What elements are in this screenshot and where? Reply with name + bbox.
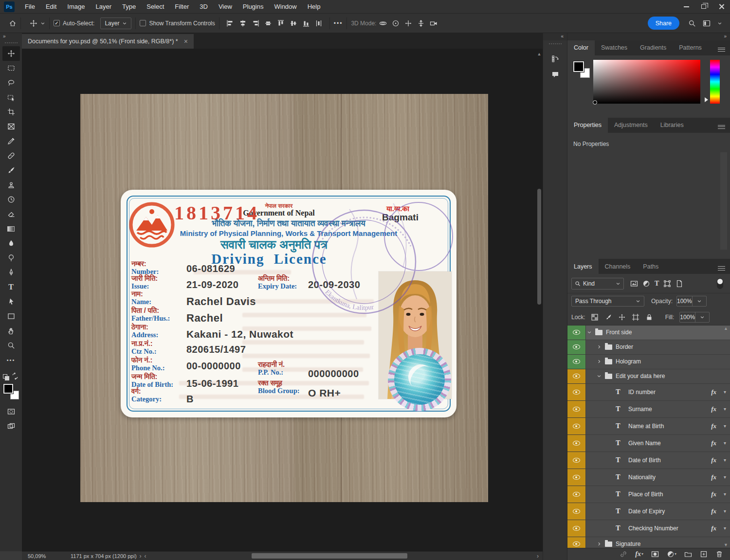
tab-libraries[interactable]: Libraries <box>654 118 690 133</box>
eyedropper-tool[interactable] <box>2 134 20 148</box>
menu-layer[interactable]: Layer <box>91 0 117 13</box>
align-centers-h-icon[interactable] <box>239 19 247 27</box>
more-options-icon[interactable]: ••• <box>334 20 343 27</box>
menu-filter[interactable]: Filter <box>169 0 194 13</box>
scroll-right-icon[interactable]: › <box>537 553 539 560</box>
swap-colors-icon[interactable] <box>11 372 19 380</box>
rectangular-marquee-tool[interactable] <box>2 61 20 75</box>
collapse-effects-icon[interactable]: ▾ <box>724 491 726 497</box>
panels-expand-icon[interactable]: » <box>567 33 730 40</box>
menu-view[interactable]: View <box>213 0 237 13</box>
menu-plugins[interactable]: Plugins <box>237 0 269 13</box>
chevron-right-icon[interactable] <box>597 542 602 546</box>
layer-row-date-of-expiry[interactable]: TDate of Expiryfx▾ <box>567 503 730 520</box>
chevron-right-icon[interactable] <box>597 344 602 349</box>
canvas-horizontal-scrollbar[interactable] <box>149 552 529 560</box>
tab-paths[interactable]: Paths <box>637 259 665 274</box>
layer-visibility-toggle[interactable] <box>567 503 586 520</box>
layer-effects-badge[interactable]: fx <box>711 524 716 532</box>
menu-file[interactable]: File <box>19 0 40 13</box>
align-centers-v-icon[interactable] <box>290 19 297 27</box>
properties-scrollbar[interactable] <box>720 152 727 250</box>
tab-layers[interactable]: Layers <box>567 259 599 274</box>
layer-visibility-toggle[interactable] <box>567 469 586 486</box>
dock-grip[interactable] <box>549 43 562 44</box>
layer-visibility-toggle[interactable] <box>567 401 586 417</box>
layer-row-border[interactable]: Border <box>567 340 730 355</box>
search-icon[interactable] <box>688 19 696 27</box>
saturation-field[interactable] <box>593 60 700 104</box>
brush-tool[interactable] <box>2 163 20 178</box>
align-right-icon[interactable] <box>252 19 259 27</box>
layer-visibility-toggle[interactable] <box>567 325 586 340</box>
scroll-left-icon[interactable]: ‹ <box>145 553 146 560</box>
layer-effects-badge[interactable]: fx <box>711 490 716 498</box>
restore-button[interactable] <box>695 0 712 13</box>
layer-visibility-toggle[interactable] <box>567 418 586 434</box>
lock-artboard-icon[interactable] <box>632 313 639 321</box>
dock-collapse-icon[interactable]: « <box>543 33 567 40</box>
auto-select-target-dropdown[interactable]: Layer <box>100 18 131 29</box>
horizontal-scroll-thumb[interactable] <box>252 553 407 559</box>
panel-menu-icon[interactable] <box>718 266 725 267</box>
chevron-down-icon[interactable] <box>597 374 602 379</box>
lock-transparent-icon[interactable] <box>591 313 599 321</box>
pan-3d-icon[interactable] <box>404 19 412 27</box>
canvas-area[interactable]: 1813714 नेपाल सरकार Government of Nepal … <box>22 49 543 551</box>
lasso-tool[interactable] <box>2 75 20 90</box>
document-tab[interactable]: Documents for you.psd @ 50,1% (Front sid… <box>22 34 194 49</box>
collapse-effects-icon[interactable]: ▾ <box>724 525 726 531</box>
layer-visibility-toggle[interactable] <box>567 520 586 537</box>
move-tool-icon[interactable] <box>30 19 37 27</box>
fx-icon[interactable]: fx▾ <box>635 550 643 558</box>
layer-row-given-name[interactable]: TGiven Namefx▾ <box>567 435 730 452</box>
align-middle-icon[interactable] <box>264 19 272 27</box>
menu-type[interactable]: Type <box>117 0 141 13</box>
menu-help[interactable]: Help <box>302 0 326 13</box>
fill-input[interactable]: 100% <box>679 312 710 323</box>
chevron-right-icon[interactable] <box>597 359 602 364</box>
toolbar-grip[interactable] <box>5 42 18 43</box>
status-expand-icon[interactable]: › <box>140 553 142 560</box>
collapse-effects-icon[interactable]: ▾ <box>724 423 726 429</box>
scroll-up-icon[interactable]: ▲ <box>536 52 543 56</box>
layer-row-edit-your-data-here[interactable]: Edit your data here <box>567 369 730 384</box>
layer-row-front-side[interactable]: Front side <box>567 325 730 340</box>
hue-slider-handle[interactable] <box>705 97 708 102</box>
hue-slider[interactable] <box>710 60 720 104</box>
tab-swatches[interactable]: Swatches <box>595 40 634 55</box>
layer-row-place-of-birth[interactable]: TPlace of Birthfx▾ <box>567 486 730 503</box>
filter-toggle[interactable] <box>717 278 723 289</box>
layer-row-hologram[interactable]: Hologram <box>567 355 730 369</box>
move-tool[interactable] <box>2 46 20 61</box>
frame-tool[interactable] <box>2 119 20 134</box>
show-transform-checkbox[interactable] <box>140 20 146 26</box>
chevron-down-icon[interactable] <box>695 312 709 322</box>
layer-effects-badge[interactable]: fx <box>711 456 716 464</box>
lock-brush-icon[interactable] <box>604 313 612 321</box>
close-button[interactable] <box>712 0 730 13</box>
type-tool[interactable]: T <box>2 280 20 294</box>
chevron-down-icon[interactable] <box>717 21 722 26</box>
layer-visibility-toggle[interactable] <box>567 384 586 400</box>
blur-tool[interactable] <box>2 236 20 251</box>
menu-select[interactable]: Select <box>141 0 169 13</box>
collapse-effects-icon[interactable]: ▾ <box>724 474 726 480</box>
screen-mode-button[interactable] <box>2 419 20 434</box>
gradient-tool[interactable] <box>2 221 20 236</box>
chevron-down-icon[interactable] <box>40 21 45 26</box>
hand-tool[interactable] <box>2 324 20 338</box>
foreground-color-swatch[interactable] <box>573 61 584 72</box>
dodge-tool[interactable] <box>2 251 20 265</box>
layer-visibility-toggle[interactable] <box>567 355 586 369</box>
foreground-color-swatch[interactable] <box>3 384 13 394</box>
slide-3d-icon[interactable] <box>417 19 425 27</box>
layer-effects-badge[interactable]: fx <box>711 439 716 447</box>
foreground-background-colors[interactable] <box>3 384 19 399</box>
menu-3d[interactable]: 3D <box>194 0 213 13</box>
vertical-scroll-thumb[interactable] <box>537 189 541 305</box>
workspace-icon[interactable] <box>703 19 711 27</box>
tab-channels[interactable]: Channels <box>599 259 637 274</box>
chevron-down-icon[interactable] <box>692 296 706 306</box>
scroll-down-icon[interactable]: ▼ <box>724 542 728 547</box>
